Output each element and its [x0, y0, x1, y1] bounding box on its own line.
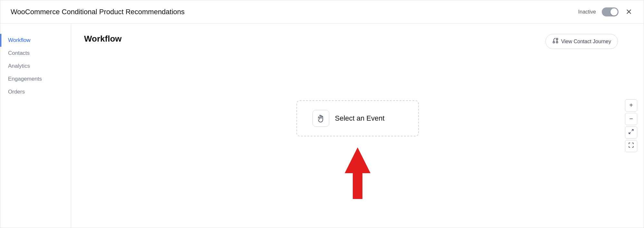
svg-marker-3	[345, 147, 370, 199]
workflow-canvas[interactable]: Select an Event	[84, 52, 631, 217]
status-label: Inactive	[578, 9, 596, 15]
svg-line-4	[632, 129, 633, 131]
zoom-out-button[interactable]: −	[625, 113, 637, 125]
view-contact-journey-button[interactable]: View Contact Journey	[545, 34, 618, 49]
view-journey-label: View Contact Journey	[561, 39, 611, 45]
fit-icon	[628, 129, 634, 136]
sidebar-item-workflow[interactable]: Workflow	[0, 34, 71, 47]
sidebar-item-contacts[interactable]: Contacts	[0, 47, 71, 60]
sidebar: Workflow Contacts Analytics Engagements …	[0, 24, 71, 228]
zoom-controls: + −	[625, 99, 637, 152]
svg-line-5	[629, 132, 630, 134]
app-container: WooCommerce Conditional Product Recommen…	[0, 0, 644, 228]
sidebar-item-analytics[interactable]: Analytics	[0, 60, 71, 73]
red-arrow	[345, 147, 370, 200]
journey-icon	[552, 37, 559, 45]
zoom-in-button[interactable]: +	[625, 99, 637, 112]
select-event-label: Select an Event	[335, 114, 385, 123]
sidebar-item-engagements[interactable]: Engagements	[0, 73, 71, 85]
main-content: Workflow View Contact Journey	[71, 24, 644, 228]
header-right: Inactive ✕	[578, 7, 633, 17]
fullscreen-icon	[628, 142, 634, 150]
fullscreen-button[interactable]	[625, 140, 637, 152]
body: Workflow Contacts Analytics Engagements …	[0, 24, 644, 228]
header: WooCommerce Conditional Product Recommen…	[0, 0, 644, 24]
app-title: WooCommerce Conditional Product Recommen…	[11, 8, 185, 16]
close-button[interactable]: ✕	[624, 7, 633, 17]
event-icon	[312, 110, 329, 127]
fit-screen-button[interactable]	[625, 126, 637, 139]
active-toggle[interactable]	[602, 7, 619, 16]
sidebar-item-orders[interactable]: Orders	[0, 85, 71, 98]
select-event-box[interactable]: Select an Event	[296, 100, 419, 136]
toggle-knob	[610, 8, 618, 15]
